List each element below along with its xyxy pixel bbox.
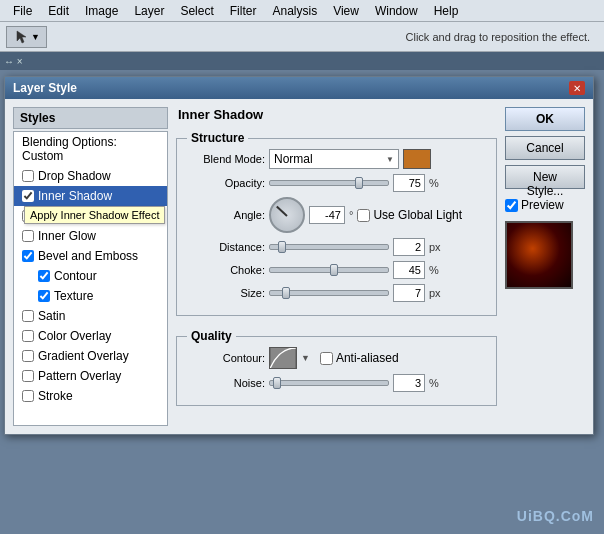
pattern-overlay-checkbox[interactable]: [22, 370, 34, 382]
move-tool-button[interactable]: ▼: [6, 26, 47, 48]
contour-dropdown-arrow[interactable]: ▼: [301, 353, 310, 363]
menu-layer[interactable]: Layer: [127, 2, 171, 20]
distance-value[interactable]: 2: [393, 238, 425, 256]
satin-checkbox[interactable]: [22, 310, 34, 322]
new-style-button[interactable]: New Style...: [505, 165, 585, 189]
opacity-slider[interactable]: [269, 180, 389, 186]
dropdown-arrow-icon: ▼: [386, 155, 394, 164]
inner-shadow-checkbox[interactable]: [22, 190, 34, 202]
menu-file[interactable]: File: [6, 2, 39, 20]
style-gradient-overlay[interactable]: Gradient Overlay: [14, 346, 167, 366]
dial-needle: [276, 206, 288, 217]
style-texture[interactable]: Texture: [14, 286, 167, 306]
anti-aliased-label[interactable]: Anti-aliased: [320, 351, 399, 365]
menu-view[interactable]: View: [326, 2, 366, 20]
bevel-emboss-checkbox[interactable]: [22, 250, 34, 262]
dialog-backdrop: Layer Style ✕ Styles Blending Options: C…: [0, 70, 604, 530]
contour-thumbnail[interactable]: [269, 347, 297, 369]
quality-section: Quality Contour: ▼ An: [176, 336, 497, 406]
size-slider[interactable]: [269, 290, 389, 296]
drop-shadow-checkbox[interactable]: [22, 170, 34, 182]
menu-filter[interactable]: Filter: [223, 2, 264, 20]
opacity-value[interactable]: 75: [393, 174, 425, 192]
choke-value[interactable]: 45: [393, 261, 425, 279]
styles-list: Blending Options: Custom Drop Shadow Inn…: [13, 131, 168, 426]
dialog-title-text: Layer Style: [13, 81, 77, 95]
blend-color-swatch[interactable]: [403, 149, 431, 169]
ok-button[interactable]: OK: [505, 107, 585, 131]
color-overlay-checkbox[interactable]: [22, 330, 34, 342]
watermark: UiBQ.CoM: [517, 508, 594, 524]
stroke-label: Stroke: [38, 389, 73, 403]
anti-aliased-checkbox[interactable]: [320, 352, 333, 365]
noise-row: Noise: 3 %: [185, 374, 488, 392]
size-row: Size: 7 px: [185, 284, 488, 302]
menu-image[interactable]: Image: [78, 2, 125, 20]
menu-edit[interactable]: Edit: [41, 2, 76, 20]
preview-label-text: Preview: [521, 198, 564, 212]
structure-section: Structure Blend Mode: Normal ▼ Opacity:: [176, 138, 497, 316]
gradient-overlay-label: Gradient Overlay: [38, 349, 129, 363]
choke-label: Choke:: [185, 264, 265, 276]
blend-mode-row: Blend Mode: Normal ▼: [185, 149, 488, 169]
noise-slider[interactable]: [269, 380, 389, 386]
noise-value[interactable]: 3: [393, 374, 425, 392]
cancel-button[interactable]: Cancel: [505, 136, 585, 160]
quality-contour-row: Contour: ▼ Anti-aliased: [185, 347, 488, 369]
contour-svg: [270, 348, 296, 368]
blend-mode-dropdown[interactable]: Normal ▼: [269, 149, 399, 169]
dialog-title-bar: Layer Style ✕: [5, 77, 593, 99]
menu-window[interactable]: Window: [368, 2, 425, 20]
inner-shadow-tooltip: Apply Inner Shadow Effect: [24, 206, 165, 224]
texture-checkbox[interactable]: [38, 290, 50, 302]
distance-slider[interactable]: [269, 244, 389, 250]
menu-help[interactable]: Help: [427, 2, 466, 20]
style-drop-shadow[interactable]: Drop Shadow: [14, 166, 167, 186]
layer-style-dialog: Layer Style ✕ Styles Blending Options: C…: [4, 76, 594, 435]
style-blending-options[interactable]: Blending Options: Custom: [14, 132, 167, 166]
blend-mode-label: Blend Mode:: [185, 153, 265, 165]
style-color-overlay[interactable]: Color Overlay: [14, 326, 167, 346]
choke-unit: %: [429, 264, 439, 276]
distance-label: Distance:: [185, 241, 265, 253]
contour-checkbox[interactable]: [38, 270, 50, 282]
preview-checkbox[interactable]: [505, 199, 518, 212]
angle-value[interactable]: -47: [309, 206, 345, 224]
dialog-close-button[interactable]: ✕: [569, 81, 585, 95]
angle-dial[interactable]: [269, 197, 305, 233]
size-thumb[interactable]: [282, 287, 290, 299]
distance-thumb[interactable]: [278, 241, 286, 253]
style-inner-shadow[interactable]: Inner Shadow Apply Inner Shadow Effect: [14, 186, 167, 206]
distance-unit: px: [429, 241, 441, 253]
noise-unit: %: [429, 377, 439, 389]
styles-header: Styles: [13, 107, 168, 129]
inner-glow-checkbox[interactable]: [22, 230, 34, 242]
noise-thumb[interactable]: [273, 377, 281, 389]
choke-thumb[interactable]: [330, 264, 338, 276]
menu-analysis[interactable]: Analysis: [265, 2, 324, 20]
style-contour[interactable]: Contour: [14, 266, 167, 286]
style-inner-glow[interactable]: Inner Glow: [14, 226, 167, 246]
blend-mode-value: Normal: [274, 152, 313, 166]
preview-check-label[interactable]: Preview: [505, 198, 585, 212]
choke-slider[interactable]: [269, 267, 389, 273]
menu-bar: File Edit Image Layer Select Filter Anal…: [0, 0, 604, 22]
contour-label: Contour: [54, 269, 97, 283]
stroke-checkbox[interactable]: [22, 390, 34, 402]
main-content: Inner Shadow Structure Blend Mode: Norma…: [176, 107, 497, 426]
global-light-checkbox[interactable]: [357, 209, 370, 222]
style-pattern-overlay[interactable]: Pattern Overlay: [14, 366, 167, 386]
noise-label: Noise:: [185, 377, 265, 389]
drop-shadow-label: Drop Shadow: [38, 169, 111, 183]
app-strip: ↔ ×: [0, 52, 604, 70]
structure-label: Structure: [187, 131, 248, 145]
menu-select[interactable]: Select: [173, 2, 220, 20]
pattern-overlay-label: Pattern Overlay: [38, 369, 121, 383]
style-stroke[interactable]: Stroke: [14, 386, 167, 406]
gradient-overlay-checkbox[interactable]: [22, 350, 34, 362]
global-light-label[interactable]: Use Global Light: [357, 208, 462, 222]
style-satin[interactable]: Satin: [14, 306, 167, 326]
style-bevel-emboss[interactable]: Bevel and Emboss: [14, 246, 167, 266]
size-value[interactable]: 7: [393, 284, 425, 302]
opacity-thumb[interactable]: [355, 177, 363, 189]
